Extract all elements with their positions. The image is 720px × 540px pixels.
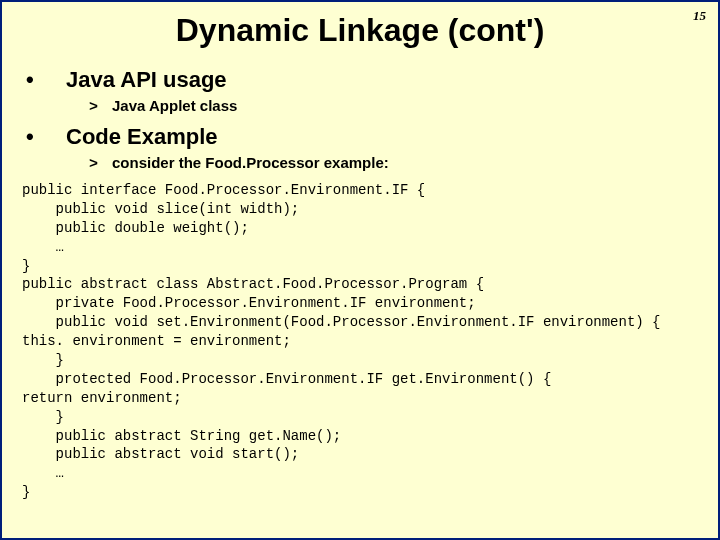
- bullet-text: Code Example: [66, 124, 218, 150]
- bullet-marker: •: [22, 67, 66, 93]
- list-item: • Java API usage > Java Applet class: [22, 67, 698, 116]
- code-block: public interface Food.Processor.Environm…: [22, 181, 698, 502]
- bullet-text: Java API usage: [66, 67, 227, 93]
- slide-body: • Java API usage > Java Applet class • C…: [2, 67, 718, 502]
- bullet-list: • Java API usage > Java Applet class • C…: [22, 67, 698, 173]
- bullet-row: • Java API usage: [22, 67, 698, 93]
- bullet-row: • Code Example: [22, 124, 698, 150]
- sub-bullet-marker: >: [22, 99, 112, 116]
- list-item: • Code Example > consider the Food.Proce…: [22, 124, 698, 173]
- sub-bullet-row: > Java Applet class: [22, 97, 698, 116]
- page-number: 15: [693, 8, 706, 24]
- sub-bullet-marker: >: [22, 156, 112, 173]
- sub-bullet-text: consider the Food.Processor example:: [112, 154, 389, 171]
- sub-bullet-row: > consider the Food.Processor example:: [22, 154, 698, 173]
- slide-title: Dynamic Linkage (cont'): [122, 12, 598, 49]
- sub-bullet-text: Java Applet class: [112, 97, 237, 114]
- bullet-marker: •: [22, 124, 66, 150]
- slide: 15 Dynamic Linkage (cont') • Java API us…: [0, 0, 720, 540]
